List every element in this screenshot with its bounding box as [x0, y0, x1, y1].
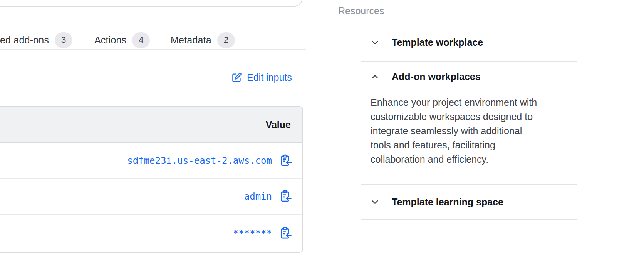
accordion-title: Template workplace	[392, 37, 483, 48]
accordion-template-learning-space[interactable]: Template learning space	[361, 185, 577, 219]
row-name-cell	[0, 179, 72, 214]
tab-actions-label: Actions	[94, 35, 126, 46]
accordion-template-workplace[interactable]: Template workplace	[361, 24, 577, 61]
row-value-text: *******	[233, 228, 272, 239]
accordion-divider	[361, 219, 577, 220]
resources-accordion: Template workplace Add-on workplaces Enh…	[361, 24, 577, 220]
row-name-cell	[0, 143, 72, 178]
tab-bar-divider	[0, 49, 306, 50]
inputs-table-header-value-cell: Value	[72, 107, 302, 142]
tab-metadata[interactable]: Metadata 2	[171, 32, 235, 48]
top-card-partial	[0, 0, 303, 7]
chevron-down-icon	[371, 198, 379, 207]
tab-installed-add-ons-count-badge: 3	[55, 32, 72, 48]
tab-metadata-label: Metadata	[171, 35, 211, 46]
inputs-table-header-name-cell	[0, 107, 72, 142]
inputs-table-header-row: Value	[0, 107, 302, 143]
row-value-text: admin	[244, 191, 272, 202]
row-value-text: sdfme23i.us-east-2.aws.com	[127, 155, 272, 166]
row-value-cell: admin	[72, 179, 302, 214]
chevron-down-icon	[371, 38, 379, 47]
accordion-add-on-workplaces[interactable]: Add-on workplaces	[361, 62, 577, 92]
table-row: admin	[0, 179, 302, 215]
edit-inputs-button[interactable]: Edit inputs	[231, 72, 292, 83]
accordion-title: Template learning space	[392, 197, 503, 208]
tab-actions[interactable]: Actions 4	[94, 32, 150, 48]
row-name-cell	[0, 215, 72, 252]
clipboard-copy-icon[interactable]	[279, 154, 292, 167]
accordion-body-text: Enhance your project environment with cu…	[371, 92, 542, 184]
tab-actions-count-badge: 4	[132, 32, 150, 48]
clipboard-copy-icon[interactable]	[279, 227, 292, 240]
table-row: *******	[0, 215, 302, 252]
row-value-cell: *******	[72, 215, 302, 252]
tab-installed-add-ons-label: ed add-ons	[0, 35, 49, 46]
accordion-title: Add-on workplaces	[392, 71, 481, 82]
chevron-up-icon	[371, 72, 379, 81]
tab-installed-add-ons[interactable]: ed add-ons 3	[0, 32, 72, 48]
tab-metadata-count-badge: 2	[217, 32, 235, 48]
row-value-cell: sdfme23i.us-east-2.aws.com	[72, 143, 302, 178]
edit-pencil-icon	[231, 72, 242, 83]
resources-panel-title: Resources	[338, 5, 384, 17]
inputs-table: Value sdfme23i.us-east-2.aws.com	[0, 106, 303, 253]
page: ed add-ons 3 Actions 4 Metadata 2 Edit i…	[0, 0, 644, 280]
clipboard-copy-icon[interactable]	[279, 190, 292, 203]
edit-inputs-label: Edit inputs	[247, 72, 292, 83]
table-row: sdfme23i.us-east-2.aws.com	[0, 143, 302, 179]
